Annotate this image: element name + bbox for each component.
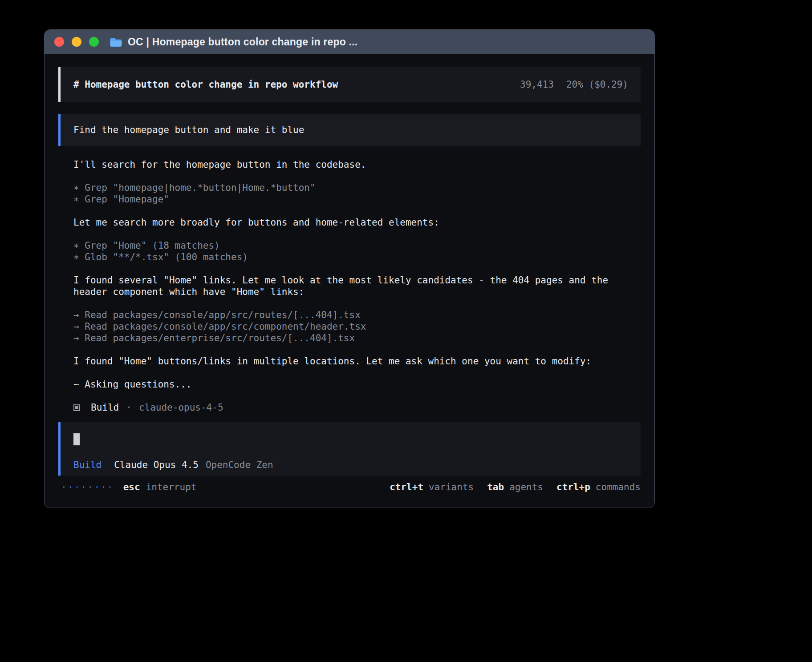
session-header: # Homepage button color change in repo w… xyxy=(58,67,641,102)
token-count: 39,413 xyxy=(520,79,554,90)
agent-separator: · xyxy=(126,402,132,413)
folder-icon xyxy=(110,37,122,47)
prompt-input[interactable]: Build Claude Opus 4.5 OpenCode Zen xyxy=(58,422,641,476)
user-message: Find the homepage button and make it blu… xyxy=(58,114,641,146)
tool-call-group-1: ∗ Grep "homepage|home.*button|Home.*butt… xyxy=(73,182,641,205)
tool-call-group-3: → Read packages/console/app/src/routes/[… xyxy=(73,309,641,344)
text-cursor xyxy=(73,433,80,445)
statusbar-shortcuts: ctrl+t variants tab agents ctrl+p comman… xyxy=(390,481,641,493)
context-usage: 20% ($0.29) xyxy=(566,79,628,90)
esc-label: interrupt xyxy=(146,481,197,493)
agent-mode-label: Build xyxy=(73,459,102,471)
window-title: OC | Homepage button color change in rep… xyxy=(128,36,357,48)
tool-call-grep-2: ∗ Grep "Homepage" xyxy=(73,194,641,205)
commands-key: ctrl+p xyxy=(556,481,590,493)
spinner-dots-icon: ········ xyxy=(61,481,114,493)
shortcut-agents: tab agents xyxy=(487,481,543,493)
agents-key: tab xyxy=(487,481,504,493)
shortcut-variants: ctrl+t variants xyxy=(390,481,474,493)
titlebar[interactable]: OC | Homepage button color change in rep… xyxy=(45,30,654,54)
agent-model: claude-opus-4-5 xyxy=(139,402,223,413)
esc-key: esc xyxy=(123,481,140,493)
traffic-lights xyxy=(54,37,99,47)
shortcut-commands: ctrl+p commands xyxy=(556,481,641,493)
minimize-button[interactable] xyxy=(72,37,81,47)
variants-label: variants xyxy=(429,481,474,493)
tool-call-glob-1: ∗ Glob "**/*.tsx" (100 matches) xyxy=(73,251,641,263)
commands-label: commands xyxy=(596,481,641,493)
tool-call-read-3: → Read packages/enterprise/src/routes/[.… xyxy=(73,332,641,344)
session-stats: 39,413 20% ($0.29) xyxy=(520,79,628,90)
zoom-button[interactable] xyxy=(89,37,99,47)
assistant-text-4: I found "Home" buttons/links in multiple… xyxy=(73,355,641,367)
input-footer: Build Claude Opus 4.5 OpenCode Zen xyxy=(73,459,628,471)
statusbar-left: ········ esc interrupt xyxy=(61,481,196,493)
provider-label: OpenCode Zen xyxy=(206,459,273,471)
session-title: # Homepage button color change in repo w… xyxy=(73,79,338,90)
terminal-content: # Homepage button color change in repo w… xyxy=(45,54,654,508)
agent-square-indicator-icon xyxy=(73,404,80,411)
assistant-text-2: Let me search more broadly for buttons a… xyxy=(73,217,641,228)
agents-label: agents xyxy=(509,481,543,493)
agent-name: Build xyxy=(91,402,119,413)
user-message-text: Find the homepage button and make it blu… xyxy=(73,125,304,135)
assistant-text-3: I found several "Home" links. Let me loo… xyxy=(73,274,641,298)
tool-call-read-1: → Read packages/console/app/src/routes/[… xyxy=(73,309,641,321)
variants-key: ctrl+t xyxy=(390,481,423,493)
tool-call-group-2: ∗ Grep "Home" (18 matches) ∗ Glob "**/*.… xyxy=(73,240,641,263)
tool-call-grep-1: ∗ Grep "homepage|home.*button|Home.*butt… xyxy=(73,182,641,194)
agent-status-line: Build · claude-opus-4-5 xyxy=(73,402,641,413)
assistant-text-1: I'll search for the homepage button in t… xyxy=(73,159,641,170)
statusbar: ········ esc interrupt ctrl+t variants t… xyxy=(58,481,641,493)
terminal-window: OC | Homepage button color change in rep… xyxy=(44,29,655,508)
close-button[interactable] xyxy=(54,37,64,47)
transcript: I'll search for the homepage button in t… xyxy=(58,146,641,413)
tool-call-read-2: → Read packages/console/app/src/componen… xyxy=(73,321,641,332)
activity-status: ~ Asking questions... xyxy=(73,379,641,390)
model-label: Claude Opus 4.5 xyxy=(114,459,199,471)
tool-call-grep-3: ∗ Grep "Home" (18 matches) xyxy=(73,240,641,251)
